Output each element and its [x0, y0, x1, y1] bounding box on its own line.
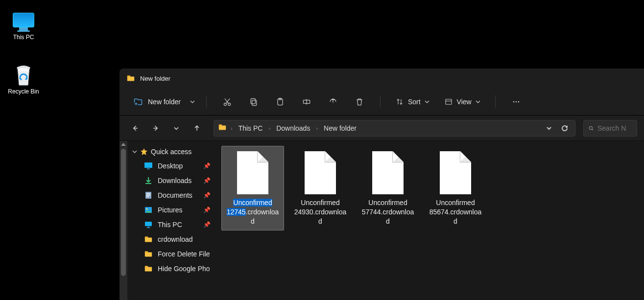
recycle-bin-icon [14, 64, 33, 86]
sidebar-item-label: Downloads [158, 177, 191, 185]
search-input[interactable] [597, 124, 632, 132]
file-name: Unconfirmed 12745.crdownload [224, 198, 282, 228]
file-name: Unconfirmed 24930.crdownload [291, 198, 349, 228]
sidebar-item-hide-google-pho[interactable]: Hide Google Pho [127, 261, 215, 276]
sidebar-item-crdownload[interactable]: crdownload [127, 232, 215, 247]
chevron-down-icon [132, 149, 137, 154]
folder-icon [144, 235, 153, 244]
svg-point-11 [518, 101, 519, 102]
sidebar-item-label: This PC [158, 221, 182, 229]
chevron-right-icon: › [268, 125, 270, 131]
titlebar[interactable]: New folder [119, 69, 644, 88]
file-item[interactable]: Unconfirmed 24930.crdownload [289, 146, 352, 231]
chevron-right-icon: › [231, 125, 233, 131]
back-button[interactable] [126, 119, 144, 137]
nav-row: › This PC › Downloads › New folder [119, 115, 644, 141]
download-icon [144, 176, 153, 185]
sort-button[interactable]: Sort [391, 94, 433, 109]
sidebar: Quick access Desktop📌Downloads📌Documents… [127, 141, 215, 300]
svg-rect-18 [146, 196, 149, 197]
sidebar-item-label: Hide Google Pho [158, 265, 210, 273]
sidebar-item-pictures[interactable]: Pictures📌 [127, 203, 215, 217]
pin-icon: 📌 [203, 221, 211, 228]
file-icon [305, 151, 336, 194]
delete-button[interactable] [350, 92, 369, 112]
svg-rect-17 [146, 195, 150, 196]
refresh-button[interactable] [558, 122, 571, 135]
more-button[interactable] [506, 92, 526, 112]
share-button[interactable] [323, 92, 343, 112]
thispc-icon [144, 220, 153, 229]
sidebar-item-force-delete-file[interactable]: Force Delete File [127, 247, 215, 261]
picture-icon [144, 206, 153, 214]
svg-point-20 [146, 208, 148, 210]
sidebar-item-this-pc[interactable]: This PC📌 [127, 217, 215, 232]
sidebar-item-label: Pictures [158, 206, 183, 214]
file-item[interactable]: Unconfirmed 12745.crdownload [221, 146, 284, 231]
breadcrumb-item[interactable]: Downloads [274, 123, 312, 133]
quick-access-header[interactable]: Quick access [127, 145, 215, 159]
window-title: New folder [140, 75, 170, 82]
file-item[interactable]: Unconfirmed 85674.crdownload [424, 146, 487, 231]
breadcrumb-item[interactable]: This PC [237, 123, 265, 133]
view-label: View [457, 98, 472, 106]
svg-rect-8 [446, 99, 452, 104]
sort-label: Sort [408, 98, 421, 106]
search-box[interactable] [583, 120, 637, 137]
recent-button[interactable] [167, 119, 185, 137]
desktop-icon-this-pc[interactable]: This PC [6, 10, 41, 41]
file-name: Unconfirmed 57744.crdownload [359, 198, 417, 228]
quick-access-label: Quick access [151, 148, 191, 156]
file-explorer-window: New folder New folder Sort View [119, 69, 644, 300]
file-icon [440, 151, 471, 194]
new-folder-label: New folder [148, 98, 181, 106]
document-icon [144, 191, 153, 200]
new-dropdown-button[interactable] [187, 94, 198, 110]
sidebar-item-label: Documents [158, 191, 192, 199]
monitor-icon [13, 13, 34, 27]
scroll-thumb[interactable] [121, 149, 126, 276]
desktop-icon [144, 162, 153, 170]
svg-rect-4 [251, 98, 255, 104]
up-button[interactable] [188, 119, 206, 137]
svg-rect-23 [146, 228, 150, 228]
copy-button[interactable] [244, 92, 263, 112]
folder-icon [144, 264, 153, 273]
folder-icon [144, 250, 153, 258]
rename-button[interactable] [297, 92, 316, 112]
scroll-up-icon [121, 143, 126, 146]
pin-icon: 📌 [203, 177, 211, 184]
desktop-icon-recycle-bin[interactable]: Recycle Bin [6, 63, 41, 95]
sidebar-item-documents[interactable]: Documents📌 [127, 188, 215, 203]
svg-point-10 [515, 101, 517, 102]
svg-rect-14 [147, 168, 150, 169]
file-grid[interactable]: Unconfirmed 12745.crdownloadUnconfirmed … [215, 141, 644, 300]
chevron-down-icon [476, 98, 480, 106]
breadcrumb-item[interactable]: New folder [322, 123, 358, 133]
svg-rect-3 [252, 100, 257, 105]
file-icon [237, 151, 268, 194]
new-folder-button[interactable]: New folder [128, 94, 186, 110]
sidebar-item-downloads[interactable]: Downloads📌 [127, 173, 215, 188]
file-name: Unconfirmed 85674.crdownload [427, 198, 484, 228]
svg-rect-22 [147, 227, 149, 228]
sidebar-scrollbar[interactable] [119, 141, 127, 300]
pin-icon: 📌 [203, 192, 211, 199]
search-icon [589, 125, 594, 132]
svg-point-9 [513, 101, 514, 102]
cut-button[interactable] [217, 92, 237, 112]
file-item[interactable]: Unconfirmed 57744.crdownload [357, 146, 419, 231]
sidebar-item-label: Desktop [158, 162, 183, 170]
sidebar-item-label: crdownload [158, 235, 193, 243]
forward-button[interactable] [147, 119, 165, 137]
view-button[interactable]: View [440, 94, 484, 109]
svg-rect-13 [144, 162, 152, 168]
paste-button[interactable] [270, 92, 290, 112]
pin-icon: 📌 [203, 162, 211, 169]
sidebar-item-desktop[interactable]: Desktop📌 [127, 159, 215, 173]
address-bar[interactable]: › This PC › Downloads › New folder [214, 120, 575, 137]
file-icon [372, 151, 404, 194]
folder-icon [126, 74, 135, 83]
sidebar-item-label: Force Delete File [158, 250, 210, 258]
address-dropdown-button[interactable] [543, 122, 555, 135]
